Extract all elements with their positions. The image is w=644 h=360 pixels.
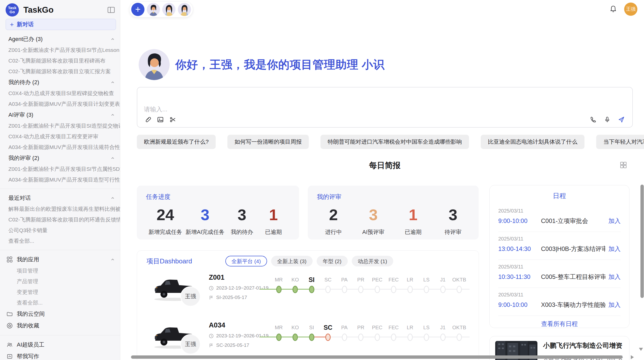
- project-dates: 2023-12-19~2026-01-19: [216, 333, 268, 339]
- paperclip-icon[interactable]: [144, 116, 151, 123]
- stat-value: 3: [228, 205, 256, 224]
- sidebar-item-ai-staff[interactable]: AI超级员工: [0, 339, 120, 351]
- milestone-node[interactable]: [309, 334, 314, 341]
- scissors-icon[interactable]: [169, 116, 176, 123]
- milestone-node[interactable]: [440, 286, 446, 293]
- user-avatar[interactable]: 王强: [624, 3, 637, 16]
- phone-icon[interactable]: [590, 116, 597, 123]
- milestone-node[interactable]: [375, 286, 380, 293]
- sidebar-item[interactable]: Z001-全新燃油轻卡产品开发项目SI造型提交物评审: [0, 121, 120, 131]
- sidebar-item-cloud-space[interactable]: 我的云空间: [0, 308, 120, 320]
- section-header-my-todo[interactable]: 我的待办 (2): [0, 77, 120, 88]
- sidebar-item[interactable]: A034-全新新能源MUV产品开发项目计划变更表编写: [0, 99, 120, 109]
- layout-grid-icon[interactable]: [620, 161, 627, 169]
- milestone-node[interactable]: [292, 334, 298, 341]
- section-label: AI评审 (3): [8, 111, 33, 119]
- milestone-node[interactable]: [457, 286, 462, 293]
- milestone-node[interactable]: [424, 334, 429, 341]
- milestone-node[interactable]: [358, 286, 363, 293]
- scroll-right-arrow[interactable]: [631, 355, 634, 359]
- milestone-node[interactable]: [407, 286, 413, 293]
- section-header-recent[interactable]: 最近对话: [0, 192, 120, 204]
- add-member-button[interactable]: +: [131, 3, 144, 16]
- milestone-node[interactable]: [292, 286, 298, 293]
- avatar[interactable]: [162, 3, 175, 16]
- composer: [137, 87, 633, 128]
- section-header-agent-done[interactable]: Agent已办 (3): [0, 34, 120, 45]
- sidebar-item-my-apps[interactable]: 我的应用: [0, 254, 120, 265]
- suggestion-chip[interactable]: 特朗普可能对进口汽车增税会对中国车企造成哪些影响: [320, 135, 469, 149]
- milestone-node[interactable]: [358, 334, 363, 341]
- scroll-down-arrow[interactable]: [639, 348, 643, 351]
- suggestion-chip[interactable]: 如何写一份清晰的项目周报: [227, 135, 309, 149]
- join-link[interactable]: 加入: [608, 217, 621, 225]
- suggestion-chip[interactable]: 当下年轻人对汽车外观有怎样的喜好趋势: [596, 135, 644, 149]
- recent-chat-item[interactable]: 公司Q3轻卡销量: [0, 225, 120, 236]
- send-icon[interactable]: [618, 116, 625, 123]
- horizontal-scrollbar-thumb[interactable]: [131, 355, 623, 359]
- message-input[interactable]: [144, 105, 373, 116]
- sidebar-item[interactable]: Z001-全新燃油皮卡产品开发项目SI节点Lesson Learn报告: [0, 45, 120, 55]
- sidebar-item[interactable]: C0X4-动力总成开发项目工程变更评审: [0, 131, 120, 142]
- milestone-node[interactable]: [325, 334, 331, 341]
- milestone-node[interactable]: [391, 334, 396, 341]
- milestone-node[interactable]: [342, 286, 347, 293]
- apps-view-all[interactable]: 查看全部...: [0, 297, 120, 308]
- join-link[interactable]: 加入: [608, 273, 621, 281]
- join-link[interactable]: 加入: [608, 245, 621, 253]
- sidebar-item[interactable]: C02-飞腾新能源轻客改款项目里程碑画布: [0, 55, 120, 66]
- sidebar-item[interactable]: C02-飞腾新能源轻客改款项目立项汇报方案: [0, 66, 120, 77]
- milestone-node[interactable]: [391, 286, 396, 293]
- bell-icon[interactable]: [609, 5, 617, 13]
- sidebar-item[interactable]: C0X4-动力总成开发项目SI里程碑提交物检查: [0, 88, 120, 99]
- recent-chat-item[interactable]: 解释最新出台的欧盟报废车法规再生塑料比例被调至15%...: [0, 204, 120, 214]
- avatar[interactable]: [147, 3, 160, 16]
- vertical-scrollbar-thumb[interactable]: [640, 185, 644, 298]
- tab-powertrain[interactable]: 动总开发 (1): [352, 256, 393, 266]
- flag-icon: [209, 295, 214, 300]
- milestone-node[interactable]: [325, 286, 331, 293]
- join-link[interactable]: 加入: [608, 301, 621, 309]
- milestone-node[interactable]: [375, 334, 380, 341]
- milestone-node[interactable]: [457, 334, 462, 341]
- stat-value: 3: [359, 205, 387, 224]
- sidebar-item[interactable]: Z001-全新燃油轻卡产品开发项目SI节点属性5D文件评审: [0, 164, 120, 174]
- milestone-node[interactable]: [424, 286, 429, 293]
- milestone-node[interactable]: [276, 334, 282, 341]
- sidebar-item-help-write[interactable]: 帮我写作: [0, 351, 120, 360]
- divider: [0, 250, 120, 250]
- sidebar-item-favorites[interactable]: 我的收藏: [0, 320, 120, 332]
- avatar[interactable]: [178, 3, 191, 16]
- section-header-my-review[interactable]: 我的评审 (2): [0, 153, 120, 164]
- recent-view-all[interactable]: 查看全部...: [0, 236, 120, 246]
- sidebar-item[interactable]: A034-全新新能源MUV产品开发项目法规符合性评审: [0, 142, 120, 153]
- tab-new-platform[interactable]: 全新平台 (4): [225, 256, 267, 266]
- app-item-product-mgmt[interactable]: 产品管理: [0, 276, 120, 287]
- app-item-project-mgmt[interactable]: 项目管理: [0, 265, 120, 276]
- tab-year-model[interactable]: 年型 (2): [317, 256, 348, 266]
- tab-new-body[interactable]: 全新上装 (3): [271, 256, 313, 266]
- app-item-change-mgmt[interactable]: 变更管理: [0, 287, 120, 297]
- microphone-icon[interactable]: [604, 116, 611, 123]
- chevron-up-icon: [110, 156, 115, 160]
- milestone-node[interactable]: [407, 334, 413, 341]
- sidebar-item[interactable]: A034-全新新能源MUV产品开发项目造型可行性评审: [0, 174, 120, 185]
- section-header-ai-review[interactable]: AI评审 (3): [0, 109, 120, 121]
- stat-label: 待评审: [439, 228, 467, 236]
- milestone-node[interactable]: [440, 334, 446, 341]
- milestone-node[interactable]: [342, 334, 347, 341]
- milestone-node[interactable]: [309, 286, 314, 293]
- new-chat-button[interactable]: + 新对话: [6, 19, 116, 30]
- suggestion-chip[interactable]: 比亚迪全固态电池计划具体说了什么: [481, 135, 584, 149]
- project-info: A034 2023-12-19~2026-01-19 SC-2: [209, 321, 268, 348]
- member-pill: +: [129, 1, 193, 18]
- view-all-schedule[interactable]: 查看所有日程: [498, 316, 621, 328]
- project-row[interactable]: 王强 A034 2023-12-19~2026-01-19: [137, 319, 479, 360]
- project-row[interactable]: 王强 Z001 2023-12-19~2027-01-19: [137, 271, 479, 319]
- milestone-node[interactable]: [276, 286, 282, 293]
- panel-toggle-icon[interactable]: [107, 6, 115, 14]
- assistant-avatar: [139, 49, 170, 80]
- recent-chat-item[interactable]: C02-飞腾新能源轻客改款项目的闭环通告反馈情况: [0, 214, 120, 225]
- image-icon[interactable]: [157, 116, 164, 123]
- suggestion-chip[interactable]: 欧洲新规最近颁布了什么?: [137, 135, 216, 149]
